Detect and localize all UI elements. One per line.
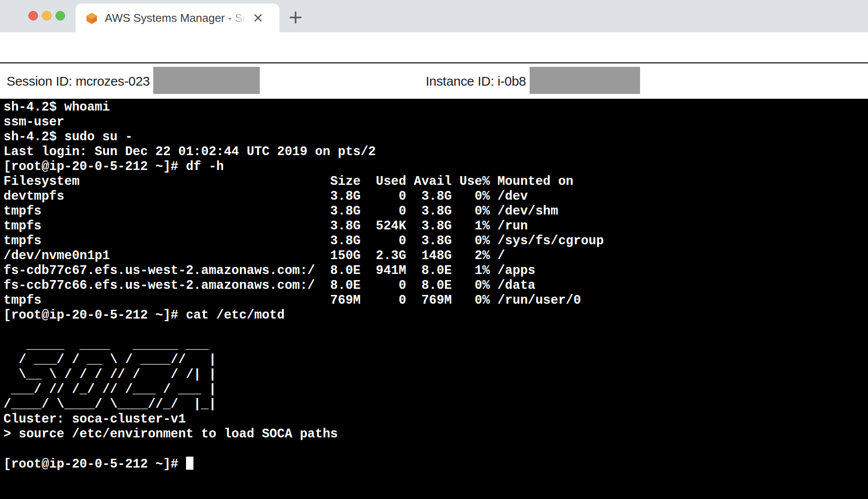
tab-aws-systems-manager[interactable]: AWS Systems Manager - Sessi [76,3,279,32]
close-tab-icon[interactable] [251,11,265,24]
aws-cube-favicon-icon [85,11,99,25]
tab-title-wrap: AWS Systems Manager - Sessi [105,9,249,27]
traffic-light-zoom-icon[interactable] [55,11,65,21]
terminal[interactable]: sh-4.2$ whoami ssm-user sh-4.2$ sudo su … [0,99,868,499]
session-id-label: Session ID: mcrozes-023 [7,74,150,89]
redacted-session-id [153,67,260,94]
redacted-instance-id [530,67,640,94]
session-id-group: Session ID: mcrozes-023 [7,63,260,99]
new-tab-icon[interactable] [287,9,304,26]
browser-window: AWS Systems Manager - Sessi [0,0,868,499]
instance-id-label: Instance ID: i-0b8 [426,74,526,89]
traffic-light-minimize-icon[interactable] [42,11,52,21]
tab-title-fade [228,9,249,27]
browser-toolbar: us-west-2.console.aws.amazon.com/systems… [0,32,868,62]
terminal-prompt: [root@ip-20-0-5-212 ~]# [3,457,186,471]
traffic-light-close-icon[interactable] [28,11,38,21]
tab-bar: AWS Systems Manager - Sessi [0,0,868,32]
tab-title: AWS Systems Manager - Sessi [105,11,249,24]
terminal-cursor [186,457,193,470]
instance-id-group: Instance ID: i-0b8 [426,63,640,99]
terminal-output: sh-4.2$ whoami ssm-user sh-4.2$ sudo su … [3,100,604,441]
session-header: Session ID: mcrozes-023 Instance ID: i-0… [0,63,868,99]
terminal-buffer: sh-4.2$ whoami ssm-user sh-4.2$ sudo su … [3,100,604,472]
